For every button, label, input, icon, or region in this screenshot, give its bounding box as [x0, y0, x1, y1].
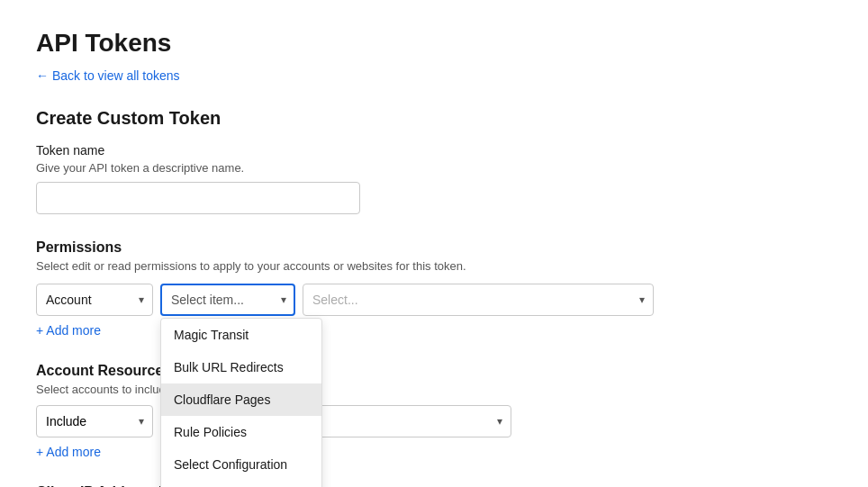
include-select-wrapper: Include — [36, 405, 153, 437]
permissions-label: Permissions — [36, 239, 832, 256]
third-select-wrapper: Select... — [303, 284, 654, 316]
token-name-label: Token name — [36, 143, 832, 158]
permissions-section: Permissions Select edit or read permissi… — [36, 239, 832, 338]
resources-row: Include Select... — [36, 405, 832, 437]
account-select-wrapper: Account — [36, 284, 153, 316]
item-dropdown-trigger[interactable]: Select item... — [160, 284, 295, 316]
dropdown-item-magic-transit[interactable]: Magic Transit — [161, 319, 321, 351]
token-name-input[interactable] — [36, 182, 360, 214]
permissions-desc: Select edit or read permissions to apply… — [36, 259, 832, 273]
dropdown-item-cloudflare-pages[interactable]: Cloudflare Pages — [161, 383, 321, 416]
permissions-add-more[interactable]: + Add more — [36, 323, 101, 338]
account-resources-section: Account Resources Select accounts to inc… — [36, 363, 832, 459]
item-dropdown-value: Select item... — [171, 293, 244, 307]
resources-add-more[interactable]: + Add more — [36, 445, 101, 459]
section-title: Create Custom Token — [36, 108, 832, 129]
dropdown-item-bulk-url[interactable]: Bulk URL Redirects — [161, 351, 321, 383]
permissions-dropdown-menu: Magic Transit Bulk URL Redirects Cloudfl… — [160, 318, 322, 487]
back-link-text: Back to view all tokens — [52, 68, 180, 83]
dropdown-item-select-configuration[interactable]: Select Configuration — [161, 448, 321, 481]
item-dropdown-wrapper: Select item... Magic Transit Bulk URL Re… — [160, 284, 295, 316]
token-name-hint: Give your API token a descriptive name. — [36, 161, 832, 175]
dropdown-item-rule-policies[interactable]: Rule Policies — [161, 416, 321, 448]
include-select[interactable]: Include — [36, 405, 153, 437]
page-title: API Tokens — [36, 29, 832, 58]
permissions-row: Account Select item... Magic Transit Bul… — [36, 284, 832, 316]
back-arrow-icon: ← — [36, 68, 49, 83]
account-select[interactable]: Account — [36, 284, 153, 316]
account-resources-label: Account Resources — [36, 363, 832, 379]
back-link[interactable]: ← Back to view all tokens — [36, 68, 180, 83]
permission-level-select[interactable]: Select... — [303, 284, 654, 316]
token-name-field: Token name Give your API token a descrip… — [36, 143, 832, 214]
dropdown-item-stream[interactable]: Stream — [161, 481, 321, 487]
account-resources-desc: Select accounts to include in this token… — [36, 383, 832, 396]
